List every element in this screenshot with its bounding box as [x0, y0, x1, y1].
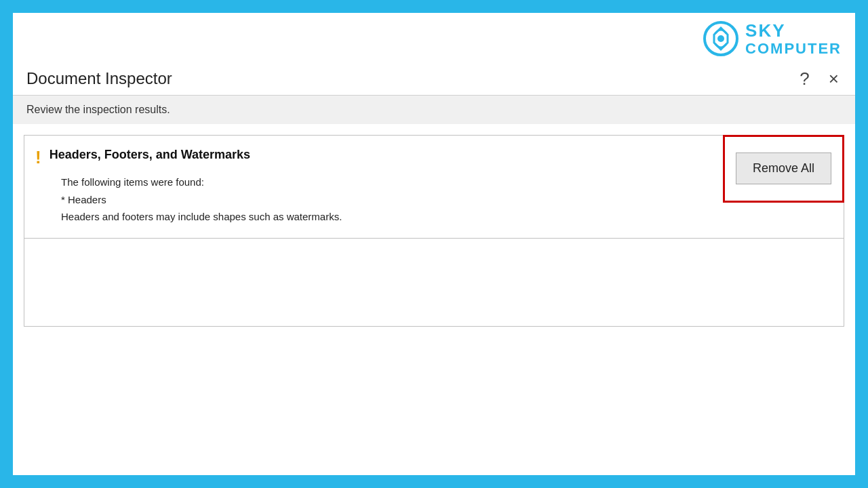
logo-sky: SKY: [745, 21, 842, 41]
content-area: ! Headers, Footers, and Watermarks The f…: [13, 124, 855, 475]
help-button[interactable]: ?: [797, 70, 812, 87]
remove-all-button[interactable]: Remove All: [736, 152, 831, 184]
inspection-section: ! Headers, Footers, and Watermarks The f…: [24, 135, 844, 239]
logo-area: SKY COMPUTER: [703, 21, 842, 57]
sky-computer-logo-icon: [703, 21, 738, 56]
subtitle-text: Review the inspection results.: [26, 104, 170, 115]
items-found-label: The following items were found:: [61, 174, 712, 191]
svg-point-1: [717, 35, 724, 42]
detail-text: Headers and footers may include shapes s…: [61, 208, 712, 226]
section-left: ! Headers, Footers, and Watermarks The f…: [24, 136, 723, 238]
close-button[interactable]: ×: [826, 70, 842, 87]
dialog-title: Document Inspector: [26, 69, 172, 88]
top-bar: SKY COMPUTER: [13, 13, 855, 62]
document-inspector-dialog: SKY COMPUTER Document Inspector ? × Revi…: [11, 11, 857, 477]
logo-computer: COMPUTER: [745, 41, 842, 57]
section-right: Remove All: [723, 135, 844, 203]
subtitle-bar: Review the inspection results.: [13, 96, 855, 124]
title-icons: ? ×: [797, 70, 842, 87]
empty-section: [24, 239, 844, 327]
logo-text: SKY COMPUTER: [745, 21, 842, 57]
section-title: Headers, Footers, and Watermarks: [50, 148, 250, 162]
section-header: ! Headers, Footers, and Watermarks: [35, 148, 712, 167]
section-body: The following items were found: * Header…: [35, 174, 712, 226]
warning-icon: !: [35, 148, 41, 167]
title-bar: Document Inspector ? ×: [13, 62, 855, 96]
item1: * Headers: [61, 191, 712, 209]
